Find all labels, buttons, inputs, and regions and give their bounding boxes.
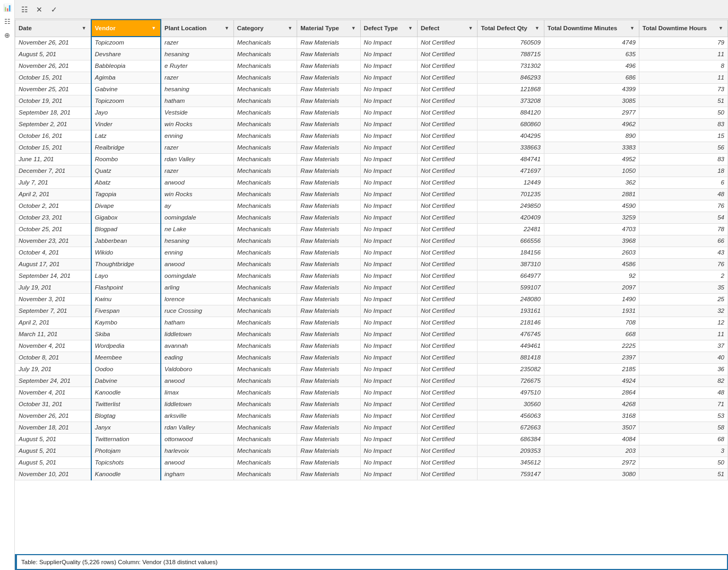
cell-qty: 881418 — [478, 352, 544, 363]
cell-qty: 664977 — [478, 270, 544, 282]
close-icon[interactable]: ✕ — [33, 3, 46, 16]
cell-defect: Not Certified — [418, 188, 478, 200]
cell-vendor: Layo — [91, 270, 161, 282]
cell-downmin: 2397 — [544, 352, 639, 363]
bar-chart-icon[interactable]: 📊 — [2, 2, 13, 13]
downmin-filter-btn[interactable]: ▼ — [629, 25, 636, 31]
cell-location: ay — [161, 200, 233, 212]
col-header-downmin: Total Downtime Minutes ▼ — [544, 20, 639, 37]
cell-location: arwood — [161, 177, 233, 188]
cell-downhr: 51 — [639, 468, 727, 480]
date-filter-btn[interactable]: ▼ — [81, 25, 88, 31]
cell-defecttype: No Impact — [360, 445, 417, 457]
cell-category: Mechanicals — [233, 107, 297, 118]
cell-vendor: Skiba — [91, 328, 161, 340]
cell-material: Raw Materials — [297, 387, 360, 398]
cell-defect: Not Certified — [418, 433, 478, 445]
cell-downhr: 53 — [639, 410, 727, 422]
cell-downhr: 76 — [639, 258, 727, 270]
cell-defecttype: No Impact — [360, 48, 417, 60]
cell-location: liddletown — [161, 398, 233, 410]
cell-downmin: 4586 — [544, 258, 639, 270]
cell-downhr: 35 — [639, 282, 727, 293]
qty-filter-btn[interactable]: ▼ — [534, 25, 541, 31]
cell-downmin: 4962 — [544, 118, 639, 130]
cell-downmin: 3080 — [544, 468, 639, 480]
cell-material: Raw Materials — [297, 165, 360, 177]
cell-defect: Not Certified — [418, 293, 478, 305]
cell-qty: 404295 — [478, 130, 544, 142]
cell-date: November 4, 201 — [15, 387, 91, 398]
cell-location: arling — [161, 282, 233, 293]
location-filter-btn[interactable]: ▼ — [223, 25, 230, 31]
cell-downhr: 73 — [639, 83, 727, 95]
cell-defecttype: No Impact — [360, 177, 417, 188]
cell-category: Mechanicals — [233, 130, 297, 142]
defecttype-filter-btn[interactable]: ▼ — [407, 25, 414, 31]
cell-category: Mechanicals — [233, 375, 297, 387]
table-row: October 16, 201LatzenningMechanicalsRaw … — [15, 130, 728, 142]
cell-category: Mechanicals — [233, 398, 297, 410]
cell-downmin: 3259 — [544, 212, 639, 223]
material-filter-btn[interactable]: ▼ — [350, 25, 357, 31]
cell-defecttype: No Impact — [360, 363, 417, 375]
cell-downmin: 362 — [544, 177, 639, 188]
cell-downhr: 56 — [639, 142, 727, 153]
grid-icon[interactable]: ☷ — [18, 3, 31, 16]
cell-downhr: 48 — [639, 387, 727, 398]
cell-downhr: 66 — [639, 235, 727, 247]
cell-downhr: 79 — [639, 37, 727, 48]
cell-qty: 235082 — [478, 363, 544, 375]
cell-location: oomingdale — [161, 212, 233, 223]
table-row: November 26, 201BlogtagarksvilleMechanic… — [15, 410, 728, 422]
cell-qty: 484741 — [478, 153, 544, 165]
cell-vendor: Gigabox — [91, 212, 161, 223]
cell-downhr: 15 — [639, 130, 727, 142]
downhr-filter-btn[interactable]: ▼ — [717, 25, 724, 31]
table-row: August 5, 201PhotojamharlevoixMechanical… — [15, 445, 728, 457]
main-content: ☷ ✕ ✓ — [15, 0, 728, 570]
cell-date: July 7, 201 — [15, 177, 91, 188]
cell-defecttype: No Impact — [360, 422, 417, 433]
cell-defecttype: No Impact — [360, 72, 417, 83]
cell-date: October 16, 201 — [15, 130, 91, 142]
layers-icon[interactable]: ⊕ — [2, 30, 13, 40]
cell-qty: 22481 — [478, 223, 544, 235]
table-row: August 5, 201TopicshotsarwoodMechanicals… — [15, 457, 728, 468]
cell-downmin: 2603 — [544, 247, 639, 258]
col-header-material: Material Type ▼ — [297, 20, 360, 37]
table-row: October 2, 201DivapeayMechanicalsRaw Mat… — [15, 200, 728, 212]
cell-material: Raw Materials — [297, 212, 360, 223]
cell-qty: 846293 — [478, 72, 544, 83]
cell-qty: 248080 — [478, 293, 544, 305]
cell-downmin: 2225 — [544, 340, 639, 352]
check-icon[interactable]: ✓ — [48, 3, 60, 16]
cell-material: Raw Materials — [297, 433, 360, 445]
cell-downhr: 51 — [639, 95, 727, 107]
cell-category: Mechanicals — [233, 177, 297, 188]
table-row: November 10, 201KanoodleinghamMechanical… — [15, 468, 728, 480]
cell-qty: 726675 — [478, 375, 544, 387]
cell-category: Mechanicals — [233, 270, 297, 282]
cell-location: Valdoboro — [161, 363, 233, 375]
cell-qty: 666556 — [478, 235, 544, 247]
cell-material: Raw Materials — [297, 282, 360, 293]
cell-vendor: Divape — [91, 200, 161, 212]
cell-qty: 30560 — [478, 398, 544, 410]
cell-material: Raw Materials — [297, 95, 360, 107]
table-icon[interactable]: ☷ — [2, 16, 13, 27]
col-header-defect: Defect ▼ — [418, 20, 478, 37]
cell-location: hesaning — [161, 235, 233, 247]
category-filter-btn[interactable]: ▼ — [287, 25, 293, 31]
table-row: September 18, 201JayoVestsideMechanicals… — [15, 107, 728, 118]
cell-category: Mechanicals — [233, 293, 297, 305]
cell-defect: Not Certified — [418, 107, 478, 118]
cell-category: Mechanicals — [233, 352, 297, 363]
cell-defect: Not Certified — [418, 37, 478, 48]
defect-filter-btn[interactable]: ▼ — [467, 25, 474, 31]
vendor-filter-btn[interactable]: ▼ — [150, 25, 157, 31]
cell-qty: 599107 — [478, 282, 544, 293]
cell-date: November 26, 201 — [15, 37, 91, 48]
cell-vendor: Vinder — [91, 118, 161, 130]
cell-qty: 449461 — [478, 340, 544, 352]
